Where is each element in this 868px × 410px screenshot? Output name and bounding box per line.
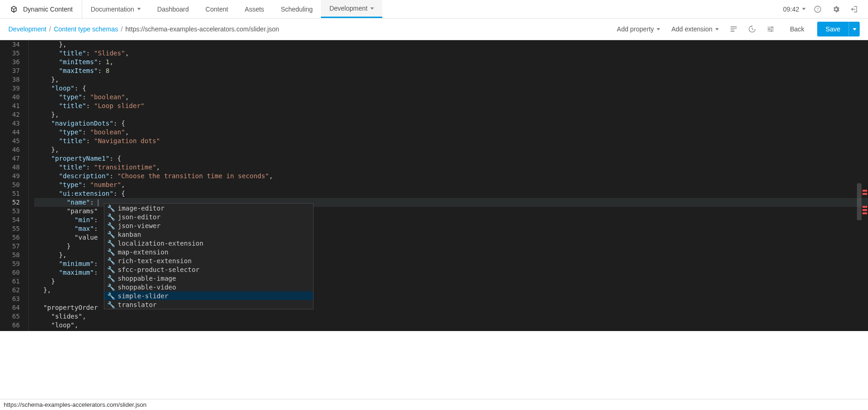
line-number: 55 — [0, 224, 20, 233]
line-number: 62 — [0, 286, 20, 295]
save-button[interactable]: Save — [817, 22, 849, 36]
line-number: 43 — [0, 119, 20, 128]
breadcrumb-development[interactable]: Development — [8, 25, 47, 33]
autocomplete-item[interactable]: 🔧rich-text-extension — [104, 256, 313, 265]
autocomplete-item[interactable]: 🔧map-extension — [104, 247, 313, 256]
settings-icon[interactable] — [830, 3, 843, 16]
code-line[interactable]: "type": "number", — [34, 181, 868, 189]
code-line[interactable]: "loop", — [34, 321, 868, 330]
nav-content[interactable]: Content — [197, 0, 236, 18]
line-number: 53 — [0, 207, 20, 216]
autocomplete-label: simple-slider — [118, 292, 169, 300]
autocomplete-item[interactable]: 🔧translator — [104, 300, 313, 309]
code-line[interactable]: "description": "Choose the transition ti… — [34, 172, 868, 181]
nav-documentation[interactable]: Documentation — [82, 0, 149, 18]
error-marker — [862, 193, 867, 195]
autocomplete-item[interactable]: 🔧sfcc-product-selector — [104, 265, 313, 274]
code-line[interactable]: "minItems": 1, — [34, 58, 868, 66]
add-extension-dropdown[interactable]: Add extension — [669, 24, 722, 35]
line-number: 59 — [0, 259, 20, 268]
code-line[interactable]: "title": "Slides", — [34, 49, 868, 58]
autocomplete-label: map-extension — [118, 248, 169, 256]
line-number: 61 — [0, 277, 20, 286]
code-line[interactable]: "navigationDots" — [34, 330, 868, 331]
line-gutter: 3435363738394041424344454647484950515253… — [0, 40, 29, 331]
autocomplete-item[interactable]: 🔧json-editor — [104, 212, 313, 221]
autocomplete-item[interactable]: 🔧localization-extension — [104, 239, 313, 247]
code-line[interactable]: "navigationDots": { — [34, 119, 868, 128]
autocomplete-item[interactable]: 🔧shoppable-image — [104, 274, 313, 283]
status-bar: https://schema-examples-accelerators.com… — [0, 399, 868, 410]
save-dropdown-button[interactable] — [849, 22, 860, 36]
code-line[interactable]: "maxItems": 8 — [34, 66, 868, 75]
error-marker — [862, 209, 867, 211]
line-number: 45 — [0, 137, 20, 145]
breadcrumb-separator: / — [49, 25, 51, 33]
add-property-dropdown[interactable]: Add property — [614, 24, 663, 35]
wrench-icon: 🔧 — [107, 257, 115, 265]
clock-dropdown[interactable]: 09:42 — [783, 6, 806, 13]
line-number: 65 — [0, 312, 20, 321]
line-number: 57 — [0, 242, 20, 251]
nav-scheduling[interactable]: Scheduling — [272, 0, 321, 18]
settings-sliders-icon[interactable] — [764, 23, 777, 36]
code-line[interactable]: "title": "Loop slider" — [34, 102, 868, 110]
nav-assets[interactable]: Assets — [236, 0, 272, 18]
autocomplete-item[interactable]: 🔧kanban — [104, 230, 313, 239]
back-button[interactable]: Back — [783, 23, 812, 36]
code-line[interactable]: "title": "Navigation dots" — [34, 137, 868, 145]
brand-logo-icon — [9, 5, 18, 14]
line-number: 40 — [0, 93, 20, 102]
code-line[interactable]: }, — [34, 75, 868, 84]
autocomplete-label: shoppable-video — [118, 283, 176, 291]
line-number: 52 — [0, 198, 20, 207]
error-marker — [862, 190, 867, 192]
wrench-icon: 🔧 — [107, 283, 115, 291]
wrench-icon: 🔧 — [107, 292, 115, 300]
nav-dashboard[interactable]: Dashboard — [149, 0, 198, 18]
code-line[interactable]: "loop": { — [34, 84, 868, 93]
line-number: 49 — [0, 172, 20, 181]
code-line[interactable]: "type": "boolean", — [34, 128, 868, 137]
svg-text:?: ? — [816, 7, 819, 12]
breadcrumb-current: https://schema-examples-accelerators.com… — [126, 25, 279, 33]
top-nav: Dynamic Content Documentation Dashboard … — [0, 0, 868, 18]
format-icon[interactable] — [727, 23, 740, 36]
code-line[interactable]: "type": "boolean", — [34, 93, 868, 102]
editor-scrollbar[interactable] — [857, 183, 862, 220]
autocomplete-label: json-viewer — [118, 222, 161, 229]
line-number: 64 — [0, 303, 20, 312]
line-number: 34 — [0, 40, 20, 49]
code-line[interactable]: "title": "transitiontime", — [34, 163, 868, 172]
svg-point-4 — [771, 30, 772, 32]
code-line[interactable]: "ui:extension": { — [34, 189, 868, 198]
breadcrumb-separator: / — [121, 25, 123, 33]
code-line[interactable]: "slides", — [34, 312, 868, 321]
code-line[interactable]: }, — [34, 110, 868, 119]
code-line[interactable]: "propertyName1": { — [34, 154, 868, 163]
autocomplete-item[interactable]: 🔧simple-slider — [104, 291, 313, 300]
autocomplete-item[interactable]: 🔧json-viewer — [104, 221, 313, 230]
logout-icon[interactable] — [848, 3, 861, 16]
history-icon[interactable] — [746, 23, 759, 36]
autocomplete-label: shoppable-image — [118, 275, 176, 282]
error-marker — [862, 206, 867, 208]
autocomplete-label: sfcc-product-selector — [118, 266, 199, 273]
line-number: 47 — [0, 154, 20, 163]
breadcrumb-schemas[interactable]: Content type schemas — [54, 25, 118, 33]
autocomplete-item[interactable]: 🔧shoppable-video — [104, 283, 313, 291]
error-minimap — [862, 40, 868, 331]
line-number: 37 — [0, 66, 20, 75]
autocomplete-label: image-editor — [118, 205, 164, 212]
line-number: 67 — [0, 330, 20, 331]
wrench-icon: 🔧 — [107, 213, 115, 221]
autocomplete-item[interactable]: 🔧image-editor — [104, 204, 313, 212]
code-line[interactable]: }, — [34, 40, 868, 49]
wrench-icon: 🔧 — [107, 205, 115, 212]
nav-development[interactable]: Development — [321, 0, 382, 18]
wrench-icon: 🔧 — [107, 248, 115, 256]
code-line[interactable]: }, — [34, 145, 868, 154]
line-number: 66 — [0, 321, 20, 330]
autocomplete-label: localization-extension — [118, 240, 203, 247]
help-icon[interactable]: ? — [811, 3, 824, 16]
